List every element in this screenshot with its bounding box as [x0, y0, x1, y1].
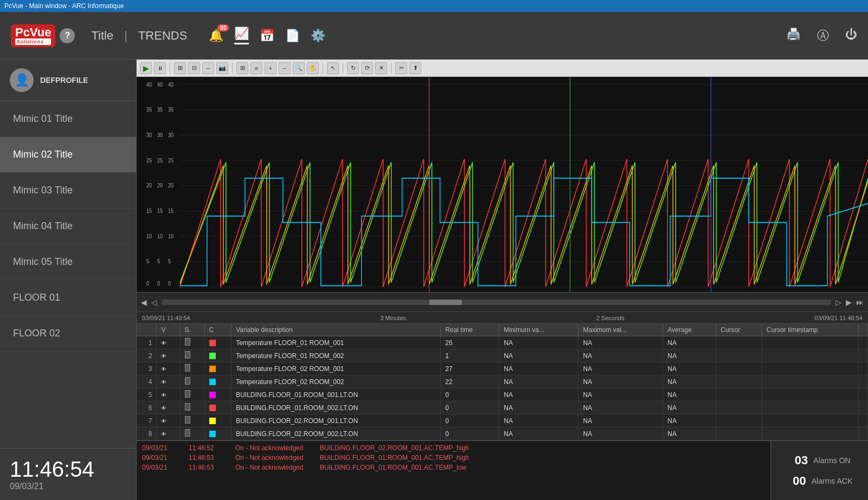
- text-edit-icon[interactable]: Ⓐ: [817, 28, 829, 44]
- sync-button[interactable]: ⟳: [361, 62, 373, 74]
- add-var-button[interactable]: +: [265, 62, 277, 74]
- sidebar-item-floor02[interactable]: FLOOR 02: [0, 316, 136, 352]
- row-v: 👁: [157, 336, 180, 349]
- row-s: [180, 427, 204, 440]
- row-c: [204, 336, 231, 349]
- row-s: [180, 375, 204, 388]
- chart-area[interactable]: 40 35 30 25 20 15 10 5 0 40 35 30 25 20 …: [137, 77, 868, 292]
- sidebar-item-mimic01[interactable]: Mimic 01 Title: [0, 101, 136, 137]
- sidebar-item-mimic04[interactable]: Mimic 04 Title: [0, 209, 136, 244]
- table-row: 5 👁 BUILDING.FLOOR_01.ROOM_001.LT.ON 0 N…: [137, 388, 868, 401]
- nav-right: 🖨️ Ⓐ ⏻: [786, 28, 857, 44]
- pause-button[interactable]: ⏸: [154, 62, 166, 74]
- alarm-time: 11:46:52: [189, 444, 227, 452]
- timeline-scroll-left[interactable]: ◀: [141, 298, 147, 307]
- row-desc: Temperature FLOOR_01 ROOM_002: [232, 349, 441, 362]
- power-icon[interactable]: ⏻: [845, 28, 857, 44]
- pan-button[interactable]: ✋: [307, 62, 319, 74]
- table-button[interactable]: ≡: [250, 62, 262, 74]
- row-avg: NA: [663, 414, 716, 427]
- alarm-status: On - Not acknowledged: [235, 444, 311, 452]
- timeline-right-date: 03/09/21 11:46:54: [814, 315, 863, 321]
- row-num: 7: [137, 414, 157, 427]
- col-num: [137, 324, 157, 336]
- calendar-icon[interactable]: 📅: [260, 29, 274, 43]
- row-max: NA: [578, 401, 663, 414]
- row-s: [180, 362, 204, 375]
- fit-button[interactable]: ↔: [202, 62, 214, 74]
- sidebar-item-floor01[interactable]: FLOOR 01: [0, 280, 136, 316]
- row-realtime: 0: [441, 427, 499, 440]
- alarm-footer: 09/03/21 11:46:52 On - Not acknowledged …: [137, 440, 868, 500]
- stop-button[interactable]: ✕: [375, 62, 387, 74]
- svg-text:10: 10: [168, 233, 174, 239]
- row-v: 👁: [157, 414, 180, 427]
- svg-text:25: 25: [146, 157, 152, 164]
- row-num: 1: [137, 336, 157, 349]
- remove-var-button[interactable]: −: [279, 62, 291, 74]
- col-cursor: Cursor: [716, 324, 762, 336]
- timeline-scroll-end[interactable]: ⏭: [856, 298, 864, 307]
- sidebar-item-mimic05[interactable]: Mimic 05 Title: [0, 244, 136, 280]
- settings-icon[interactable]: ⚙️: [311, 29, 325, 43]
- row-cursor: [716, 336, 762, 349]
- bell-icon[interactable]: 🔔 03: [209, 29, 223, 43]
- row-s: [180, 401, 204, 414]
- timeline-left-date: 03/09/21 11:43:54: [142, 315, 190, 321]
- row-v: 👁: [157, 427, 180, 440]
- nav-icons: 🔔 03 📈 📅 📄 ⚙️ 🖨️ Ⓐ ⏻: [209, 27, 857, 44]
- row-realtime: 0: [441, 388, 499, 401]
- camera-button[interactable]: 📷: [216, 62, 228, 74]
- zoom-out-button[interactable]: ⊟: [188, 62, 200, 74]
- refresh-button[interactable]: ↻: [347, 62, 359, 74]
- svg-text:10: 10: [157, 233, 163, 239]
- row-max: NA: [578, 375, 663, 388]
- help-button[interactable]: ?: [60, 28, 75, 43]
- toolbar-separator-4: [343, 63, 343, 74]
- table-row: 7 👁 BUILDING.FLOOR_02.ROOM_001.LT.ON 0 N…: [137, 414, 868, 427]
- trends-icon[interactable]: 📈: [234, 27, 249, 44]
- row-avg: NA: [663, 336, 716, 349]
- row-ts: [762, 336, 858, 349]
- timeline-right-seconds: 2 Seconds: [596, 315, 625, 321]
- sidebar-item-mimic03[interactable]: Mimic 03 Title: [0, 173, 136, 209]
- cut-button[interactable]: ✂: [395, 62, 407, 74]
- col-avg: Average: [663, 324, 716, 336]
- row-c: [204, 414, 231, 427]
- timeline-track[interactable]: [162, 300, 831, 305]
- row-scroll-space: [859, 414, 868, 427]
- svg-text:30: 30: [157, 132, 163, 138]
- table-body: 1 👁 Temperature FLOOR_01 ROOM_001 26 NA …: [137, 336, 868, 440]
- row-v: 👁: [157, 362, 180, 375]
- zoom-range-button[interactable]: 🔍: [293, 62, 305, 74]
- table-row: 6 👁 BUILDING.FLOOR_01.ROOM_002.LT.ON 0 N…: [137, 401, 868, 414]
- alarm-date: 09/03/21: [142, 454, 180, 462]
- titlebar: PcVue - Main window - ARC Informatique: [0, 0, 868, 12]
- nav-trends-label[interactable]: TRENDS: [138, 29, 187, 43]
- col-min: Minimum va...: [499, 324, 578, 336]
- export-button[interactable]: ⬆: [409, 62, 421, 74]
- row-v: 👁: [157, 388, 180, 401]
- row-max: NA: [578, 388, 663, 401]
- timeline-scroll-right[interactable]: ▷: [835, 298, 841, 307]
- timeline-scroll-far-right[interactable]: ▶: [846, 298, 852, 307]
- timeline-scroll-inner[interactable]: ◁: [151, 298, 157, 307]
- row-scroll-space: [859, 336, 868, 349]
- grid-button[interactable]: ⊞: [236, 62, 248, 74]
- report-icon[interactable]: 📄: [285, 29, 300, 43]
- row-ts: [762, 414, 858, 427]
- timeline-thumb[interactable]: [429, 300, 462, 305]
- row-ts: [762, 362, 858, 375]
- row-ts: [762, 349, 858, 362]
- zoom-in-button[interactable]: ⊞: [174, 62, 186, 74]
- cursor-button[interactable]: ↖: [327, 62, 339, 74]
- row-num: 4: [137, 375, 157, 388]
- row-s: [180, 388, 204, 401]
- alarm-row: 09/03/21 11:46:53 On - Not acknowledged …: [142, 454, 765, 462]
- nav-title: Title: [91, 29, 113, 43]
- print-icon[interactable]: 🖨️: [786, 28, 801, 44]
- play-button[interactable]: ▶: [140, 62, 152, 74]
- sidebar-item-mimic02[interactable]: Mimic 02 Title: [0, 137, 136, 173]
- row-max: NA: [578, 414, 663, 427]
- table-header-row: V S. C Variable description Real time Mi…: [137, 324, 868, 336]
